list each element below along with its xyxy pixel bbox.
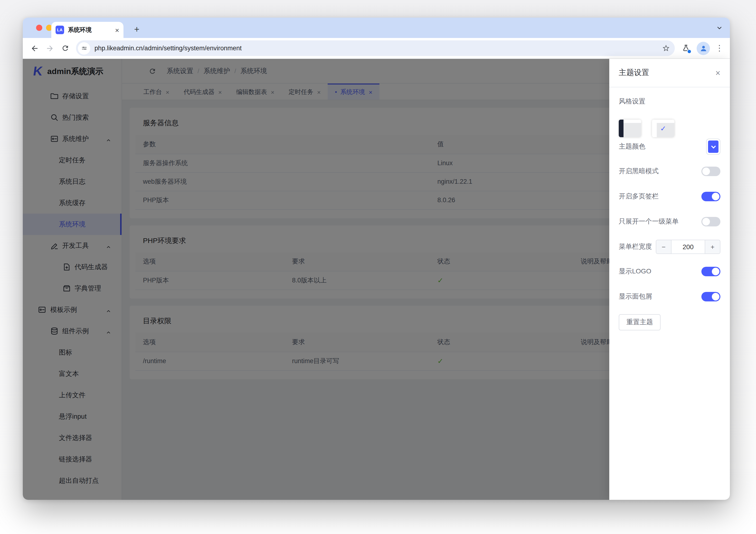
tab-search-chevron-icon[interactable] bbox=[715, 24, 724, 32]
drawer-title: 主题设置 bbox=[619, 68, 649, 78]
forward-button[interactable] bbox=[43, 41, 57, 55]
decrease-button[interactable]: − bbox=[656, 240, 671, 254]
tab-close-icon[interactable]: × bbox=[115, 26, 119, 34]
chevron-down-icon bbox=[711, 144, 716, 148]
close-icon[interactable]: × bbox=[716, 68, 720, 77]
close-window-button[interactable] bbox=[36, 25, 42, 31]
increase-button[interactable]: + bbox=[705, 240, 720, 254]
site-favicon: LA bbox=[56, 26, 64, 34]
experiments-flask-icon[interactable] bbox=[679, 41, 693, 55]
reset-theme-button[interactable]: 重置主题 bbox=[619, 314, 661, 330]
new-tab-button[interactable]: + bbox=[131, 24, 143, 35]
browser-window: LA 系统环境 × + php.lik bbox=[23, 17, 730, 500]
show-breadcrumb-toggle[interactable] bbox=[701, 292, 720, 302]
check-icon: ✓ bbox=[652, 120, 674, 137]
browser-toolbar: php.likeadmin.cn/admin/setting/system/en… bbox=[23, 38, 730, 59]
show-logo-toggle[interactable] bbox=[701, 267, 720, 276]
dark-mode-toggle[interactable] bbox=[701, 167, 720, 176]
reload-button[interactable] bbox=[58, 41, 72, 55]
back-button[interactable] bbox=[28, 41, 42, 55]
browser-menu-icon[interactable]: ⋮ bbox=[714, 41, 725, 55]
divider bbox=[609, 87, 730, 87]
url-text: php.likeadmin.cn/admin/setting/system/en… bbox=[94, 45, 662, 52]
style-section-label: 风格设置 bbox=[619, 97, 720, 106]
tab-title: 系统环境 bbox=[68, 26, 111, 34]
menu-width-value[interactable]: 200 bbox=[671, 240, 705, 254]
menu-width-stepper: − 200 + bbox=[656, 240, 720, 254]
style-option-light-sidebar[interactable]: ✓ bbox=[652, 120, 674, 137]
multi-tabs-toggle[interactable] bbox=[701, 192, 720, 201]
site-info-icon[interactable] bbox=[78, 42, 90, 54]
notification-dot bbox=[687, 49, 691, 53]
browser-tab[interactable]: LA 系统环境 × bbox=[51, 22, 123, 38]
theme-color-label: 主题颜色 bbox=[619, 143, 645, 151]
single-menu-toggle[interactable] bbox=[701, 217, 720, 227]
bookmark-star-icon[interactable] bbox=[662, 44, 670, 52]
browser-tab-strip: LA 系统环境 × + bbox=[23, 17, 730, 38]
address-bar[interactable]: php.likeadmin.cn/admin/setting/system/en… bbox=[76, 40, 675, 56]
style-option-dark-sidebar[interactable] bbox=[619, 120, 641, 137]
profile-avatar[interactable] bbox=[697, 41, 710, 55]
theme-color-picker[interactable] bbox=[706, 139, 720, 155]
theme-settings-drawer: 主题设置 × 风格设置 ✓ bbox=[609, 59, 730, 500]
page-viewport: K admin系统演示 存储设置 热门搜索 bbox=[23, 59, 730, 500]
style-options: ✓ bbox=[619, 120, 720, 137]
desktop: LA 系统环境 × + php.lik bbox=[0, 0, 756, 534]
